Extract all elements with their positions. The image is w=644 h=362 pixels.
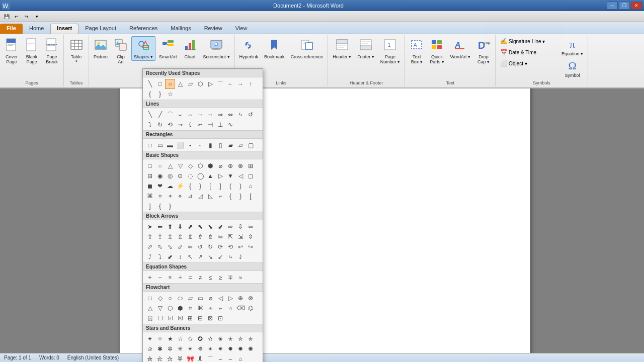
qa-undo[interactable]: ↩ — [12, 12, 21, 21]
signature-line-button[interactable]: ✍ Signature Line ▾ — [498, 36, 558, 46]
shape-item[interactable]: ▭ — [155, 140, 165, 150]
shape-item[interactable]: ] — [145, 201, 155, 211]
shape-item[interactable]: ✬ — [215, 334, 225, 344]
shape-item[interactable]: ↑ — [246, 79, 256, 89]
shape-item[interactable]: ⌣ — [215, 354, 225, 362]
window-controls[interactable]: ─ ❐ ✕ — [607, 2, 642, 10]
shape-item[interactable]: ↘ — [205, 252, 215, 262]
shape-item[interactable]: ◉ — [155, 171, 165, 181]
symbol-button[interactable]: Ω Symbol — [561, 58, 584, 79]
shape-item[interactable]: ⬡ — [195, 161, 205, 171]
qa-save[interactable]: 💾 — [2, 12, 11, 21]
shape-item[interactable]: ( — [225, 181, 235, 191]
shape-item[interactable]: } — [235, 191, 246, 201]
shape-item[interactable]: ▰ — [225, 140, 235, 150]
shape-item[interactable]: → — [235, 79, 246, 89]
tab-view[interactable]: View — [229, 24, 254, 34]
shape-item[interactable]: ⊙ — [175, 171, 185, 181]
shape-item[interactable]: ▱ — [185, 79, 195, 89]
shape-item[interactable]: { — [185, 181, 195, 191]
shape-item[interactable]: ⬢ — [205, 161, 215, 171]
shape-item[interactable]: ⤺ — [195, 120, 205, 130]
shape-item[interactable]: ▱ — [185, 293, 195, 303]
shape-item[interactable]: ▷ — [225, 293, 235, 303]
shape-item[interactable]: ⌐ — [215, 191, 225, 201]
shape-item[interactable]: ◼ — [145, 181, 155, 191]
qa-redo[interactable]: ↪ — [22, 12, 31, 21]
shape-item[interactable]: ⊿ — [185, 191, 195, 201]
shape-item[interactable]: { — [225, 191, 235, 201]
shape-item[interactable]: ╲ — [145, 110, 155, 120]
shape-item[interactable]: □ — [145, 140, 155, 150]
shape-item[interactable]: 🎗 — [195, 354, 205, 362]
equation-button[interactable]: π Equation ▾ — [559, 36, 586, 58]
shape-item[interactable]: ⤷ — [235, 110, 246, 120]
cover-page-button[interactable]: CoverPage — [2, 36, 21, 66]
shape-item[interactable]: □ — [155, 79, 165, 89]
shape-item[interactable]: ◁ — [235, 171, 246, 181]
tab-page-layout[interactable]: Page Layout — [78, 24, 123, 34]
shape-item[interactable]: ≤ — [205, 273, 215, 283]
shape-item[interactable]: ⛦ — [165, 354, 175, 362]
shape-item[interactable]: ⌖ — [165, 191, 175, 201]
shape-item[interactable]: ⌫ — [235, 303, 246, 313]
shape-item[interactable]: ↻ — [155, 120, 165, 130]
tab-insert[interactable]: Insert — [50, 24, 78, 34]
shape-item[interactable]: △ — [145, 303, 155, 313]
close-button[interactable]: ✕ — [631, 2, 642, 10]
shape-item[interactable]: [ — [205, 181, 215, 191]
shape-item[interactable]: ◎ — [165, 171, 175, 181]
shape-item[interactable]: ⬋ — [165, 252, 175, 262]
shape-item[interactable]: △ — [165, 161, 175, 171]
shape-item[interactable]: ▱ — [235, 140, 246, 150]
shape-item[interactable]: ✱ — [155, 344, 165, 354]
shape-item[interactable]: ⇱ — [225, 232, 235, 242]
shape-item[interactable]: ⍓ — [145, 313, 155, 323]
shape-item[interactable]: ⬆ — [165, 222, 175, 232]
shape-item[interactable]: ▽ — [175, 161, 185, 171]
shape-item[interactable]: ⚡ — [175, 181, 185, 191]
shape-item[interactable]: ⤴ — [145, 252, 155, 262]
shape-item[interactable]: ✯ — [246, 334, 256, 344]
shape-item[interactable]: ⊞ — [246, 161, 256, 171]
shape-item[interactable]: ÷ — [175, 273, 185, 283]
shape-item[interactable]: ✶ — [205, 344, 215, 354]
shape-item[interactable]: ✫ — [205, 334, 215, 344]
shape-item[interactable]: ✦ — [145, 334, 155, 344]
object-button[interactable]: ⬜ Object ▾ — [498, 58, 558, 68]
shape-item[interactable]: ⇫ — [165, 232, 175, 242]
shape-item[interactable]: ◯ — [195, 171, 205, 181]
table-button[interactable]: Table ▾ — [67, 36, 86, 65]
shape-item[interactable]: ] — [215, 181, 225, 191]
shape-item[interactable]: ⌗ — [155, 191, 165, 201]
page-number-button[interactable]: 1 PageNumber ▾ — [378, 36, 403, 66]
shape-item[interactable]: ⌢ — [185, 110, 195, 120]
shape-item[interactable]: ✮ — [235, 334, 246, 344]
shape-item[interactable]: ╲ — [145, 79, 155, 89]
shape-item[interactable]: ▼ — [225, 171, 235, 181]
shape-item[interactable]: ▷ — [205, 79, 215, 89]
shape-item[interactable]: ╱ — [155, 110, 165, 120]
shape-item[interactable]: ⊗ — [235, 161, 246, 171]
shape-item[interactable]: ⇯ — [205, 232, 215, 242]
wordart-button[interactable]: A WordArt ▾ — [448, 36, 473, 61]
shape-item[interactable]: ▯ — [215, 140, 225, 150]
shape-item[interactable]: → — [195, 110, 205, 120]
shape-item[interactable]: [ — [246, 191, 256, 201]
text-box-button[interactable]: A TextBox ▾ — [407, 36, 426, 66]
shape-item[interactable]: { — [155, 201, 165, 211]
shape-item[interactable]: ⬋ — [215, 222, 225, 232]
drop-cap-button[interactable]: D rop DropCap ▾ — [474, 36, 493, 66]
shape-item[interactable]: ✴ — [185, 344, 195, 354]
shape-item[interactable]: ☆ — [165, 89, 175, 99]
shape-item[interactable]: ◺ — [205, 191, 215, 201]
shape-item[interactable]: ✧ — [155, 334, 165, 344]
shape-item[interactable]: ○ — [165, 293, 175, 303]
shape-item[interactable]: ⇒ — [215, 110, 225, 120]
shape-item[interactable]: ★ — [165, 334, 175, 344]
shape-item[interactable]: ⊠ — [205, 313, 215, 323]
shape-item[interactable]: ⇧ — [145, 232, 155, 242]
shape-item[interactable]: ⊕ — [225, 161, 235, 171]
shape-item[interactable]: + — [145, 273, 155, 283]
shapes-button[interactable]: Shapes ▾ — [131, 36, 155, 61]
